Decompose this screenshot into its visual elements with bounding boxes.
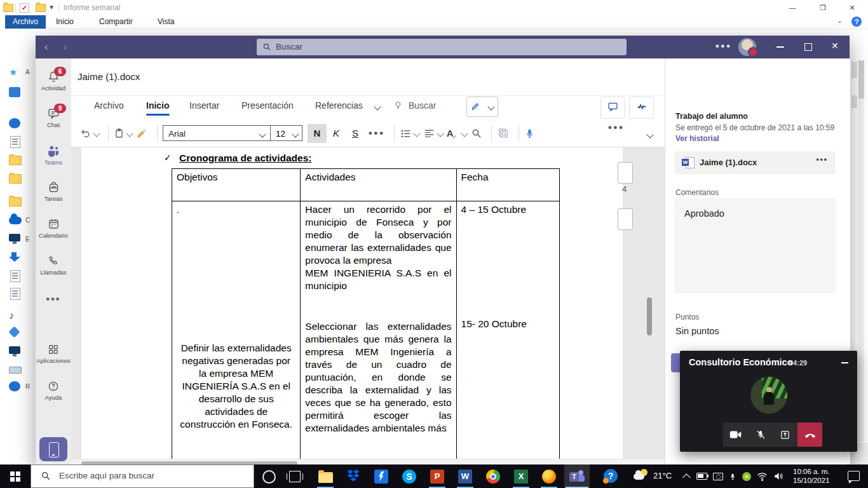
tell-me-search[interactable]: Buscar xyxy=(394,100,436,111)
bullet-list-button[interactable] xyxy=(400,128,419,139)
sidebar-item-aplicaciones[interactable]: Aplicaciones xyxy=(36,338,71,374)
display-connect-icon[interactable] xyxy=(713,473,723,480)
history-link[interactable]: Ver historial xyxy=(675,134,719,143)
sidebar-item-llamadas[interactable]: Llamadas xyxy=(36,249,71,285)
undo-button[interactable] xyxy=(80,128,99,139)
minimize-button[interactable] xyxy=(841,362,848,363)
italic-button[interactable]: K xyxy=(327,124,346,143)
explorer-scrollbar[interactable] xyxy=(858,60,864,442)
format-painter-button[interactable] xyxy=(136,127,148,139)
minimize-button[interactable]: — xyxy=(778,0,807,15)
close-button[interactable]: ✕ xyxy=(837,0,867,15)
sidebar-item-ayuda[interactable]: Ayuda xyxy=(36,375,71,410)
tab-insertar[interactable]: Insertar xyxy=(189,100,219,111)
taskbar-dropbox[interactable] xyxy=(341,464,366,488)
onedrive-icon[interactable] xyxy=(9,217,22,224)
wifi-icon[interactable] xyxy=(757,472,768,481)
tab-archivo[interactable]: Archivo xyxy=(5,15,46,29)
underline-button[interactable]: S xyxy=(346,124,365,143)
more-tabs-icon[interactable] xyxy=(374,103,381,110)
immersive-reader-button[interactable] xyxy=(497,127,510,139)
get-help-icon[interactable]: ? xyxy=(604,469,618,483)
sidebar-item-chat[interactable]: Chat 9 xyxy=(36,102,71,137)
comments-button[interactable] xyxy=(600,97,625,119)
tray-expand-icon[interactable] xyxy=(682,473,691,482)
network-icon[interactable] xyxy=(9,381,20,391)
folder-icon[interactable] xyxy=(3,4,13,12)
teams-search-input[interactable]: Buscar xyxy=(257,39,627,55)
sidebar-item-teams[interactable]: Teams xyxy=(36,139,71,174)
more-options-icon[interactable]: ••• xyxy=(715,41,732,52)
folder-icon[interactable] xyxy=(9,174,22,184)
action-center-icon[interactable] xyxy=(848,471,860,481)
restore-button[interactable]: ❐ xyxy=(808,0,837,15)
font-name-select[interactable]: Arial xyxy=(163,125,271,141)
tab-presentacion[interactable]: Presentación xyxy=(241,100,294,111)
task-view-icon[interactable] xyxy=(289,471,301,482)
comment-anchor[interactable] xyxy=(618,208,633,230)
more-apps-icon[interactable]: ••• xyxy=(36,294,71,305)
find-button[interactable] xyxy=(471,128,482,139)
vertical-scrollbar-thumb[interactable] xyxy=(647,297,652,336)
folder-icon[interactable] xyxy=(9,156,22,165)
ribbon-expand-icon[interactable]: ⌄ xyxy=(837,17,843,25)
taskbar-word[interactable]: W xyxy=(452,464,478,488)
folder-icon[interactable] xyxy=(9,197,22,207)
nav-item-icon[interactable] xyxy=(9,87,20,97)
hangup-button[interactable] xyxy=(797,423,822,447)
forward-icon[interactable]: › xyxy=(64,41,67,53)
document-icon[interactable] xyxy=(10,136,20,148)
sidebar-item-tareas[interactable]: Tareas xyxy=(36,175,71,211)
document-icon[interactable] xyxy=(10,270,20,282)
cortana-icon[interactable] xyxy=(262,470,276,484)
taskbar-explorer[interactable] xyxy=(313,464,338,488)
tab-inicio[interactable]: Inicio xyxy=(48,15,81,29)
more-formatting-icon[interactable]: ••• xyxy=(369,128,385,139)
dictate-button[interactable] xyxy=(524,127,535,140)
avatar[interactable] xyxy=(738,38,756,56)
alignment-button[interactable] xyxy=(423,128,443,139)
checkbox-icon[interactable]: ✓ xyxy=(20,3,29,13)
3d-objects-icon[interactable] xyxy=(8,326,20,337)
styles-button[interactable]: A xyxy=(447,127,467,140)
maximize-button[interactable] xyxy=(804,43,812,51)
this-pc-icon[interactable] xyxy=(9,234,20,241)
weather-widget[interactable]: 21°C xyxy=(634,469,672,482)
microphone-icon[interactable] xyxy=(729,471,736,482)
tab-compartir[interactable]: Compartir xyxy=(92,15,140,29)
comment-anchor[interactable] xyxy=(618,162,633,184)
explorer-scrollbar-thumb[interactable] xyxy=(858,60,864,98)
share-button[interactable] xyxy=(773,423,797,447)
taskbar-excel[interactable]: X xyxy=(508,464,534,488)
mic-muted-button[interactable] xyxy=(748,423,773,447)
minimize-button[interactable] xyxy=(776,46,784,48)
sidebar-item-calendario[interactable]: Calendario xyxy=(36,212,71,248)
back-icon[interactable]: ‹ xyxy=(44,41,48,53)
folder-icon[interactable] xyxy=(36,4,46,12)
pen-tools-button[interactable] xyxy=(466,97,498,117)
taskbar-firefox[interactable] xyxy=(536,464,562,488)
taskbar-powerpoint[interactable]: P xyxy=(424,464,450,488)
quick-access-icon[interactable] xyxy=(9,67,20,77)
music-icon[interactable] xyxy=(9,310,20,320)
nav-item-icon[interactable] xyxy=(9,118,20,128)
tab-archivo[interactable]: Archivo xyxy=(94,100,124,111)
disk-icon[interactable] xyxy=(9,367,22,374)
taskbar-chrome[interactable] xyxy=(480,464,506,488)
speaker-icon[interactable] xyxy=(773,471,784,481)
tab-inicio[interactable]: Inicio xyxy=(146,100,170,111)
font-size-select[interactable]: 12 xyxy=(271,125,302,141)
bold-button[interactable]: N xyxy=(308,124,327,143)
activity-button[interactable] xyxy=(629,97,654,119)
more-commands-icon[interactable]: ••• xyxy=(608,122,625,133)
document-icon[interactable] xyxy=(10,288,20,300)
clock[interactable]: 10:06 a. m. 15/10/2021 xyxy=(793,467,830,485)
downloads-icon[interactable] xyxy=(9,252,20,262)
taskbar-search-input[interactable]: Escribe aquí para buscar xyxy=(31,464,254,488)
battery-icon[interactable] xyxy=(696,473,707,480)
taskbar-teams[interactable]: T xyxy=(564,464,590,488)
start-button[interactable] xyxy=(0,464,31,488)
document-page[interactable]: ✓ Cronograma de actividades: Objetivos A… xyxy=(81,147,623,459)
close-button[interactable]: ✕ xyxy=(831,41,839,51)
tab-referencias[interactable]: Referencias xyxy=(315,100,363,111)
